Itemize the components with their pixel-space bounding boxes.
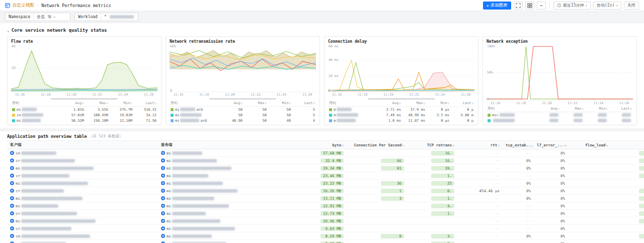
legend-row[interactable]: m7.49 ms40.99 ms3.3 ms5.88 m [328,112,474,118]
chart-x-axis: 11:1611:1811:2011:2211:2411:26 [11,93,157,97]
table-row[interactable]: crmi32.9 MB6616.--0%0%92 [7,157,644,165]
column-header-3[interactable]: Connection Per Second⇅ [347,141,407,149]
value-pill: 118 [639,166,644,171]
column-header-2[interactable]: byte⇅ [306,141,347,149]
series-color-swatch [171,119,174,122]
legend-row[interactable]: m1.6 ms11.87 ms0 μs0 μ [328,118,474,123]
table-row[interactable]: crmi9.03 MB----0% [7,225,644,232]
legend-row[interactable]: mi1.01G3.55G275.7M318.32 [11,107,157,113]
column-header-6[interactable]: tcp_estab...⇅ [503,141,534,149]
legend-value: 156.18M [85,118,109,123]
cell-byte: 9.03 MB [306,225,347,232]
legend-col-min[interactable]: Min⇅ [268,100,292,107]
close-button[interactable]: 关闭 [624,2,639,10]
cell-l7: 0% [534,180,568,187]
section-title: Core service network quality status [12,28,107,33]
legend-row[interactable]: miard5050505 [170,107,316,113]
redacted-text [598,113,607,117]
column-header-4[interactable]: TCP retrans⇅ [407,141,457,149]
legend-col-last[interactable]: Last⇅ [609,106,633,112]
chart-plot[interactable]: 60 ms40 ms20 ms0 μs [328,45,474,92]
column-header-5[interactable]: rtt⇅ [457,141,503,149]
value-pill: 3 [639,196,644,201]
chart-plot[interactable]: 100%50%0% [487,45,633,101]
y-tick-label: 60 ms [329,45,339,48]
layout-button[interactable] [525,2,534,10]
chart-plot[interactable]: 4G2G0 [11,45,157,92]
table-row[interactable]: crmi12.73 MB1.----0%2 [7,210,644,217]
column-header-8[interactable]: flow_load⇅ [568,141,644,149]
app-icon [10,241,14,243]
empty-value: -- [495,241,500,243]
client-cell: cr [7,157,158,165]
empty-value: -- [495,181,500,186]
y-tick-label: 40 ms [329,58,339,62]
legend-col-max[interactable]: Max⇅ [560,106,585,112]
legend-row[interactable]: in57.01M100.45M19.01M34.12 [11,112,157,118]
legend-value: 34.12 [133,112,157,118]
series-color-swatch [488,119,491,122]
legend-col-min[interactable]: Min⇅ [585,106,609,112]
server-cell: mi [158,187,306,195]
table-row[interactable]: mimi23.22 MB3625--0%0% [7,180,644,187]
table-row[interactable]: mimi10.96 MB----0%9 [7,217,644,225]
legend-col-series: 序列 [328,100,378,107]
legend-col-max[interactable]: Max⇅ [402,100,426,107]
legend-value: 318.32 [133,107,157,113]
namespace-filter[interactable]: Namespace 全选 等 ∨ [5,13,70,21]
x-tick-label: 11:18 [516,101,526,105]
legend-col-max[interactable]: Max⇅ [244,100,268,107]
legend-row[interactable]: mic [487,112,633,118]
cell-cps: 8 [347,232,407,240]
add-chart-button[interactable]: + 添加图表 [483,2,511,10]
legend-col-avg[interactable]: Avg⇅ [378,100,402,107]
legend-row[interactable]: m2.71 ms37.9 ms0 μs0 μ [328,107,474,113]
legend-col-min[interactable]: Min⇅ [109,100,133,107]
time-range-select[interactable]: 最近15分钟 ∨ [553,2,591,10]
cell-byte: 32.9 MB [306,157,347,165]
value-pill: 12.91 MB [320,204,344,208]
scrollbar-thumb[interactable] [368,98,435,100]
legend-row[interactable]: mi5050505 [170,112,316,118]
legend-row[interactable]: miard48.9650484 [170,118,316,123]
table-row[interactable]: crmi8.05 MB0.----0% [7,240,644,243]
legend-col-last[interactable]: Last⇅ [133,100,157,107]
table-row[interactable]: crmi23.46 MB1.----0%24 [7,172,644,180]
breadcrumb-root[interactable]: 自定义视图 [13,3,34,9]
redacted-text [21,204,58,208]
scrollbar-thumb[interactable] [209,98,277,100]
legend-col-min[interactable]: Min⇅ [426,100,450,107]
column-header-7[interactable]: l7_error_...⇅ [534,141,568,149]
chart-title: Flow rate [11,39,157,44]
legend-series-name: m [328,118,378,123]
refresh-interval-select[interactable]: 自动(2s) ∨ [593,2,621,10]
table-row[interactable]: mimi29.34 MB8139.--0%0%118 [7,165,644,172]
chart-plot[interactable]: 60%30%0 [170,45,316,92]
x-tick-label: 11:26 [302,93,312,97]
cell-cps: 66 [347,157,407,165]
legend-col-avg[interactable]: Avg⇅ [61,100,85,107]
scrollbar-thumb[interactable] [51,98,118,100]
value-pill: 4. [431,204,454,208]
legend-col-avg[interactable]: Avg⇅ [536,106,560,112]
value-pill: 12.73 MB [320,211,344,216]
legend-col-last[interactable]: Last⇅ [292,100,316,107]
legend-col-max[interactable]: Max⇅ [85,100,109,107]
table-row[interactable]: inmi57.68 MB16.----0%9 [7,149,644,157]
section-core-quality[interactable]: ⌄ Core service network quality status [7,26,637,34]
series-line [328,60,474,90]
chart-card: Connection delay 60 ms40 ms20 ms0 μs 11:… [324,36,478,125]
legend-col-last[interactable]: Last⇅ [450,100,474,107]
table-row[interactable]: mimi12.91 MB4.----0%30 [7,202,644,210]
cell-l7: 0% [534,165,568,172]
legend-row[interactable]: mi56.52M156.18M12.18M71.56 [11,118,157,123]
table-row[interactable]: comi8.29 MB83.--0%0%3 [7,232,644,240]
legend-col-avg[interactable]: Avg⇅ [219,100,244,107]
table-row[interactable]: crmi16.26 MB10.454.46 μs0%0%1 [7,187,644,195]
more-button[interactable]: ⋯ [537,2,546,10]
fullscreen-button[interactable] [514,2,523,10]
workload-filter[interactable]: Workload * [74,13,138,21]
table-row[interactable]: mimi13.11 MB31.--0%0%3 [7,195,644,202]
cell-estab: 0% [503,180,534,187]
legend-row[interactable] [487,118,633,123]
